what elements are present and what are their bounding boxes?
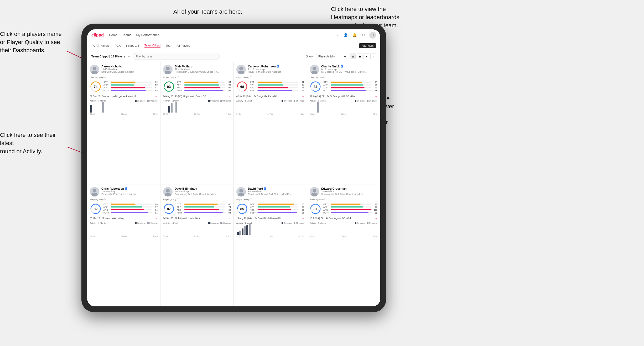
player-club: Royal North Devon Golf Club, United Kin.… bbox=[175, 71, 231, 73]
team-title: Team Clippd | 14 Players bbox=[91, 55, 125, 58]
player-card[interactable]: Cameron Robertson ✓ 11-15 Handicap Royal… bbox=[234, 62, 307, 184]
latest-round[interactable]: 26 Aug 23 | 73 (+1), Royal North Devon G… bbox=[163, 94, 231, 98]
player-avatar bbox=[90, 187, 99, 196]
settings-icon[interactable]: ⚙ bbox=[360, 32, 367, 38]
list-view-button[interactable]: ☰ bbox=[357, 54, 362, 59]
player-header: Charlie Quick ✓ 6-10 Handicap St. George… bbox=[310, 65, 377, 74]
latest-round[interactable]: 04 Sep 23 | Mobility with coach, Gym → bbox=[163, 216, 231, 220]
player-header: David Ford ✓ 1-5 Handicap Royal North De… bbox=[236, 187, 304, 196]
quality-stats: OTT 60 APP 77 ARG 81 PUTT 91 bbox=[103, 203, 158, 215]
svg-point-36 bbox=[239, 189, 243, 193]
player-info: Edward Crossman 1-5 Handicap Sunningdale… bbox=[321, 187, 377, 195]
latest-round[interactable]: 02 Sep 23 | Sunrise round to get back in… bbox=[90, 94, 158, 98]
player-name[interactable]: Dave Billingham bbox=[175, 187, 231, 190]
player-name[interactable]: Edward Crossman bbox=[321, 187, 377, 190]
player-avatar bbox=[163, 65, 173, 74]
player-handicap: 1-5 Handicap bbox=[321, 190, 377, 193]
quality-circle[interactable]: 87 bbox=[163, 203, 175, 215]
player-handicap: Plus Handicap bbox=[175, 68, 231, 71]
player-club: Sag Maging Golf Club, United Kingdom bbox=[175, 193, 231, 195]
player-name[interactable]: Cameron Robertson ✓ bbox=[248, 65, 304, 68]
quality-circle[interactable]: 74 bbox=[90, 81, 101, 92]
player-info: David Ford ✓ 1-5 Handicap Royal North De… bbox=[248, 187, 304, 195]
svg-point-6 bbox=[93, 67, 96, 70]
latest-round[interactable]: 26 Aug 23 | 84 (+12), Royal North Devon … bbox=[236, 216, 304, 220]
player-name[interactable]: Chris Robertson ✓ bbox=[101, 187, 158, 190]
avatar[interactable]: U bbox=[369, 32, 376, 39]
activity-section: Activity · 1 Month On course Off course … bbox=[236, 100, 304, 115]
player-info: Blair McHarg Plus Handicap Royal North D… bbox=[175, 65, 231, 73]
profile-icon[interactable]: 👤 bbox=[342, 32, 349, 38]
add-team-button[interactable]: Add Team bbox=[359, 43, 376, 48]
player-name[interactable]: David Ford ✓ bbox=[248, 187, 304, 190]
player-avatar bbox=[310, 65, 319, 74]
player-header: Chris Robertson ✓ 1-5 Handicap Craigmill… bbox=[90, 187, 158, 196]
quality-section: 82 OTT 60 APP 77 ARG 81 bbox=[90, 203, 158, 215]
annotation-click-name: Click on a players nameor Player Quality… bbox=[0, 30, 62, 54]
player-card[interactable]: Chris Robertson ✓ 1-5 Handicap Craigmill… bbox=[87, 184, 160, 307]
quality-circle[interactable]: 87 bbox=[310, 203, 321, 215]
player-info: Chris Robertson ✓ 1-5 Handicap Craigmill… bbox=[101, 187, 158, 195]
quality-section: 83 OTT 77 APP 80 ARG 83 bbox=[310, 81, 377, 92]
player-card[interactable]: Aaron Nicholls 11-15 Handicap Drift Golf… bbox=[87, 62, 160, 184]
quality-label: Player Quality ⓘ bbox=[90, 76, 158, 79]
bell-icon[interactable]: 🔔 bbox=[351, 32, 358, 38]
player-info: Dave Billingham 1-5 Handicap Sag Maging … bbox=[175, 187, 231, 195]
quality-circle[interactable]: 85 bbox=[236, 203, 248, 215]
toolbar: Team Clippd | 14 Players ✏ Show: Player … bbox=[87, 51, 380, 62]
player-handicap: 1-5 Handicap bbox=[175, 190, 231, 193]
quality-circle[interactable]: 83 bbox=[310, 81, 321, 92]
player-header: Blair McHarg Plus Handicap Royal North D… bbox=[163, 65, 231, 74]
activity-section: Activity · 1 Month On course Off course … bbox=[90, 222, 158, 237]
show-label: Show: bbox=[306, 55, 313, 58]
nav-teams[interactable]: Teams bbox=[122, 33, 131, 37]
player-name[interactable]: Blair McHarg bbox=[175, 65, 231, 68]
tab-pga[interactable]: PGA bbox=[115, 44, 121, 48]
players-grid: Aaron Nicholls 11-15 Handicap Drift Golf… bbox=[87, 62, 380, 306]
quality-stats: OTT 61 APP 63 ARG 75 PUTT 85 bbox=[250, 81, 304, 92]
nav-home[interactable]: Home bbox=[109, 33, 117, 37]
quality-circle[interactable]: 82 bbox=[90, 203, 101, 215]
ipad-frame: clippd Home Teams My Performance ⌕ 👤 🔔 ⚙… bbox=[81, 24, 386, 312]
tab-hcaps[interactable]: Hcaps 1-5 bbox=[126, 44, 139, 48]
tab-pgat[interactable]: PGAT Players bbox=[91, 44, 110, 48]
show-select[interactable]: Player Activity Quality Score Trend bbox=[316, 54, 347, 59]
player-club: Sunningdale Golf Club, United Kingdom bbox=[321, 193, 377, 195]
svg-point-31 bbox=[166, 189, 170, 193]
player-handicap: 11-15 Handicap bbox=[101, 68, 158, 71]
player-card[interactable]: Dave Billingham 1-5 Handicap Sag Maging … bbox=[160, 184, 234, 307]
filter-button[interactable]: ▼ bbox=[363, 54, 369, 59]
quality-stats: OTT 82 APP 74 ARG 85 PUTT 94 bbox=[177, 203, 231, 215]
edit-icon[interactable]: ✏ bbox=[128, 55, 130, 58]
sort-button[interactable]: ↕ bbox=[370, 54, 376, 59]
quality-section: 93 OTT 84 APP 85 ARG 88 bbox=[163, 81, 231, 92]
latest-round[interactable]: 05 Mar 23 | 19, Must make putting → bbox=[90, 216, 158, 220]
player-card[interactable]: Blair McHarg Plus Handicap Royal North D… bbox=[160, 62, 234, 184]
grid-view-button[interactable]: ⊞ bbox=[350, 54, 356, 59]
quality-circle[interactable]: 68 bbox=[236, 81, 248, 92]
quality-circle[interactable]: 93 bbox=[163, 81, 175, 92]
quality-stats: OTT 89 APP 80 ARG 83 PUTT 96 bbox=[250, 203, 304, 215]
player-name[interactable]: Charlie Quick ✓ bbox=[321, 65, 377, 68]
tab-team-clippd[interactable]: Team Clippd bbox=[144, 44, 160, 48]
player-card[interactable]: Charlie Quick ✓ 6-10 Handicap St. George… bbox=[307, 62, 380, 184]
quality-section: 87 OTT 73 APP 79 ARG 103 bbox=[310, 203, 377, 215]
player-header: Dave Billingham 1-5 Handicap Sag Maging … bbox=[163, 187, 231, 196]
player-info: Cameron Robertson ✓ 11-15 Handicap Royal… bbox=[248, 65, 304, 73]
latest-round[interactable]: 02 Jul 23 | 59 (+17), Craigmillar Park G… bbox=[236, 94, 304, 98]
player-avatar bbox=[236, 187, 246, 196]
player-name[interactable]: Aaron Nicholls bbox=[101, 65, 158, 68]
quality-label: Player Quality ⓘ bbox=[236, 198, 304, 201]
player-header: Edward Crossman 1-5 Handicap Sunningdale… bbox=[310, 187, 377, 196]
svg-point-26 bbox=[93, 189, 96, 193]
tab-all-players[interactable]: All Players bbox=[177, 44, 190, 48]
tab-tour[interactable]: Tour bbox=[166, 44, 171, 48]
search-input[interactable] bbox=[133, 53, 220, 60]
nav-logo: clippd bbox=[91, 33, 104, 38]
latest-round[interactable]: 18 Jul 23 | 74 (+4), Sunningdale GC - Ol… bbox=[310, 216, 377, 220]
nav-my-performance[interactable]: My Performance bbox=[136, 33, 159, 37]
player-card[interactable]: David Ford ✓ 1-5 Handicap Royal North De… bbox=[234, 184, 307, 307]
search-icon[interactable]: ⌕ bbox=[334, 32, 340, 38]
player-card[interactable]: Edward Crossman 1-5 Handicap Sunningdale… bbox=[307, 184, 380, 307]
latest-round[interactable]: 07 Aug 23 | 77 (+7), St George's Hill GC… bbox=[310, 94, 377, 98]
